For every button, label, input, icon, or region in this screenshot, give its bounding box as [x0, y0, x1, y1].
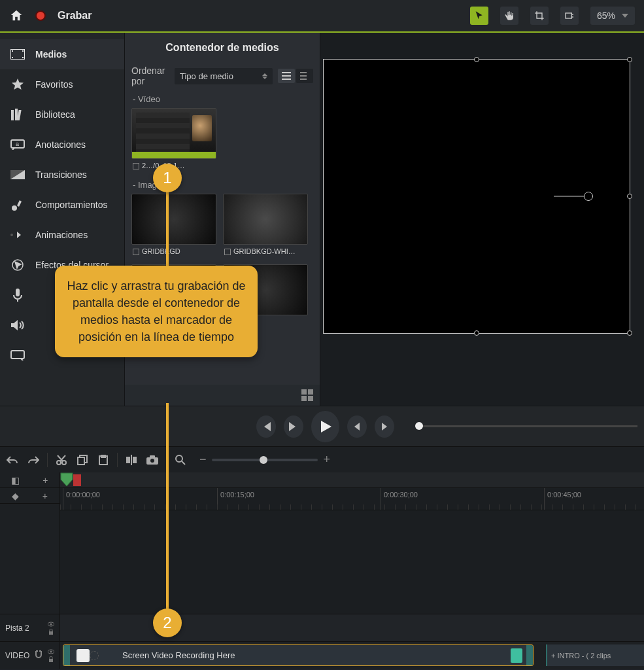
marker-track[interactable] — [60, 472, 644, 488]
magnet-icon[interactable] — [34, 650, 43, 661]
track-lane-2[interactable] — [60, 614, 644, 641]
snapshot-button[interactable] — [145, 453, 160, 467]
sidebar-item-favorites[interactable]: Favoritos — [0, 69, 124, 99]
rotation-handle[interactable] — [584, 192, 593, 201]
thumb-label: GRIDBKGD-WHI… — [223, 245, 308, 258]
lock-icon[interactable] — [48, 656, 54, 663]
redo-button[interactable] — [26, 453, 41, 467]
clip-type-icon — [76, 649, 90, 662]
pan-tool-icon[interactable] — [500, 7, 518, 25]
timeline-ruler[interactable]: 0:00:00;00 0:00:15;00 0:00:30;00 0:00:45… — [60, 488, 644, 510]
svg-rect-4 — [22, 50, 24, 52]
svg-rect-16 — [11, 351, 24, 359]
svg-point-32 — [150, 459, 154, 463]
paste-button[interactable] — [96, 453, 110, 467]
next-frame-button[interactable] — [284, 415, 303, 438]
timeline-zoom-slider[interactable]: − + — [199, 453, 330, 467]
list-view-icon[interactable] — [278, 69, 295, 83]
timeline-body[interactable]: Screen Video Recording Here + INTRO - ( … — [60, 510, 644, 669]
thumbnail-image — [223, 194, 308, 245]
resize-handle[interactable] — [627, 330, 632, 336]
svg-text:a: a — [16, 141, 19, 147]
sidebar-item-animations[interactable]: Animaciones — [0, 220, 124, 250]
undo-button[interactable] — [5, 453, 20, 467]
svg-point-12 — [12, 205, 17, 211]
resize-handle[interactable] — [474, 330, 479, 336]
sidebar-item-library[interactable]: Biblioteca — [0, 99, 124, 130]
track-lane-1[interactable]: Screen Video Recording Here + INTRO - ( … — [60, 641, 644, 669]
crop-tool-icon[interactable] — [530, 7, 549, 25]
prev-frame-button[interactable] — [256, 415, 276, 438]
track-header-1[interactable]: VIDEO — [0, 641, 59, 669]
grid-view-icon[interactable] — [301, 389, 313, 401]
svg-rect-2 — [12, 50, 13, 52]
tutorial-connector — [166, 403, 169, 612]
sort-value: Tipo de medio — [180, 71, 233, 81]
list-view-alt-icon[interactable] — [296, 69, 313, 83]
copy-button[interactable] — [75, 453, 90, 467]
playhead-icon[interactable] — [60, 472, 75, 487]
select-tool-icon[interactable] — [470, 7, 488, 25]
sort-select[interactable]: Tipo de medio — [175, 68, 273, 84]
playback-slider[interactable] — [415, 425, 637, 427]
track-header-2[interactable]: Pista 2 — [0, 614, 59, 641]
clip-handle-right[interactable] — [526, 645, 533, 665]
sort-stepper-icon — [262, 73, 267, 79]
eye-icon[interactable] — [48, 648, 54, 655]
sidebar-item-behaviors[interactable]: Comportamientos — [0, 190, 124, 220]
svg-point-36 — [50, 623, 52, 625]
media-bin-footer — [125, 385, 320, 406]
svg-rect-20 — [300, 72, 307, 73]
sidebar-label: Biblioteca — [35, 109, 75, 120]
svg-rect-5 — [22, 57, 24, 58]
svg-point-39 — [50, 650, 52, 652]
add-marker-button[interactable]: + — [42, 475, 48, 485]
resize-tool-icon[interactable] — [560, 7, 579, 25]
cut-button[interactable] — [54, 453, 69, 467]
tick-label: 0:00:45;00 — [547, 491, 581, 499]
media-thumb-video[interactable]: 2…/0_12-1… — [131, 108, 216, 172]
add-quiz-button[interactable]: + — [42, 491, 48, 501]
resize-handle[interactable] — [627, 194, 632, 199]
quiz-icon[interactable]: ◆ — [12, 491, 19, 501]
marker-icon[interactable]: ◧ — [11, 475, 20, 485]
resize-handle[interactable] — [627, 57, 632, 62]
sidebar-label: Anotaciones — [35, 139, 86, 150]
sidebar-item-media[interactable]: Medios — [0, 39, 124, 69]
tutorial-tooltip: Haz clic y arrastra tu grabación de pant… — [55, 266, 258, 357]
sidebar-item-annotations[interactable]: a Anotaciones — [0, 130, 124, 160]
sidebar-label: Favoritos — [35, 79, 73, 90]
eye-icon[interactable] — [48, 621, 54, 627]
svg-rect-29 — [133, 457, 137, 463]
zoom-tool-icon[interactable] — [173, 453, 188, 467]
split-button[interactable] — [124, 453, 139, 467]
captions-icon — [10, 348, 25, 362]
lock-icon[interactable] — [48, 629, 54, 635]
clip-handle-left[interactable] — [63, 645, 70, 665]
play-button[interactable] — [311, 411, 339, 442]
canvas-area — [320, 33, 644, 406]
zoom-select[interactable]: 65% — [590, 7, 635, 25]
next-button[interactable] — [375, 415, 394, 438]
svg-rect-17 — [282, 72, 291, 73]
placeholder-clip[interactable]: Screen Video Recording Here — [63, 644, 534, 666]
timeline-toolbar: − + — [0, 446, 644, 472]
svg-rect-28 — [126, 457, 130, 463]
marker[interactable] — [73, 474, 81, 486]
record-indicator-icon[interactable] — [35, 10, 46, 21]
media-icon — [10, 47, 25, 62]
preview-canvas[interactable] — [323, 59, 630, 334]
sidebar-label: Animaciones — [35, 230, 88, 240]
transition-icon — [10, 168, 25, 182]
intro-clip-group[interactable]: + INTRO - ( 2 clips — [546, 644, 644, 666]
home-icon[interactable] — [9, 9, 24, 23]
media-thumb-image[interactable]: GRIDBKGD-WHI… — [223, 194, 308, 258]
prev-button[interactable] — [347, 415, 367, 438]
timeline-track-headers: ◧ + ◆ + Pista 2 VIDEO — [0, 472, 60, 669]
media-thumb-image[interactable]: GRIDBKGD — [131, 194, 216, 258]
sidebar-item-transitions[interactable]: Transiciones — [0, 160, 124, 190]
playback-controls — [0, 406, 644, 446]
record-label[interactable]: Grabar — [58, 10, 92, 22]
resize-handle[interactable] — [474, 57, 479, 62]
svg-rect-40 — [49, 659, 53, 662]
